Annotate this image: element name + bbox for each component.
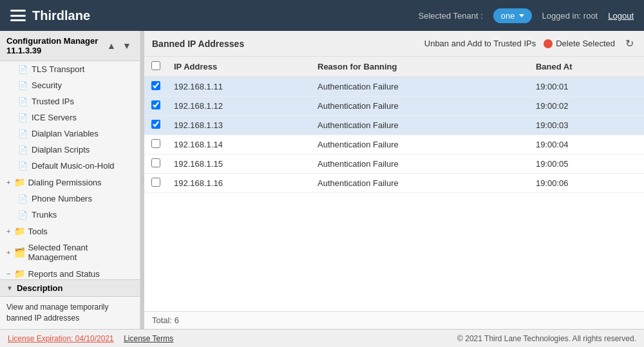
- tenant-selector[interactable]: one: [493, 8, 532, 23]
- select-all-checkbox[interactable]: [151, 61, 160, 70]
- panel-title: Banned IP Addresses: [152, 39, 244, 49]
- sidebar-header: Configuration Manager 11.1.3.39 ▲ ▼: [0, 31, 140, 61]
- sidebar-item-label: Selected Tenant Management: [28, 243, 133, 262]
- sidebar-item-dialing-permissions[interactable]: + 📁 Dialing Permissions: [0, 174, 140, 191]
- table-row: 192.168.1.13 Authentication Failure 19:0…: [144, 116, 644, 135]
- row-checkbox[interactable]: [151, 158, 160, 167]
- status-bar-left: License Expiration: 04/10/2021 License T…: [8, 334, 173, 343]
- table-row: 192.168.1.15 Authentication Failure 19:0…: [144, 155, 644, 174]
- row-checkbox-cell[interactable]: [144, 77, 167, 97]
- sidebar: Configuration Manager 11.1.3.39 ▲ ▼ 📄 TL…: [0, 31, 140, 329]
- row-ip: 192.168.1.11: [167, 77, 311, 97]
- refresh-button[interactable]: ↻: [623, 36, 636, 51]
- row-checkbox-cell[interactable]: [144, 116, 167, 135]
- sidebar-item-reports-and-status[interactable]: − 📁 Reports and Status: [0, 265, 140, 279]
- hamburger-icon[interactable]: [10, 10, 26, 21]
- plus-icon: +: [6, 178, 10, 186]
- sidebar-item-security[interactable]: 📄 Security: [0, 77, 140, 93]
- file-icon: 📄: [18, 97, 28, 106]
- row-ip: 192.168.1.15: [167, 155, 311, 174]
- sidebar-up-icon[interactable]: ▲: [105, 39, 118, 52]
- file-icon: 📄: [18, 65, 28, 74]
- logged-in-label: Logged in: root: [542, 11, 598, 21]
- table-row: 192.168.1.16 Authentication Failure 19:0…: [144, 174, 644, 193]
- sidebar-item-label: Trusted IPs: [32, 97, 74, 106]
- row-checkbox-cell[interactable]: [144, 135, 167, 155]
- logout-button[interactable]: Logout: [608, 11, 634, 21]
- row-baned-at: 19:00:06: [529, 174, 644, 193]
- row-checkbox[interactable]: [151, 139, 160, 148]
- sidebar-item-label: ICE Servers: [32, 113, 77, 122]
- sidebar-item-phone-numbers[interactable]: 📄 Phone Numbers: [0, 191, 140, 207]
- sidebar-item-label: Security: [32, 80, 62, 90]
- row-baned-at: 19:00:03: [529, 116, 644, 135]
- sidebar-item-label: Trunks: [32, 210, 57, 220]
- description-toggle[interactable]: ▼ Description: [0, 280, 140, 297]
- delete-icon: [544, 39, 553, 48]
- sidebar-item-dialplan-variables[interactable]: 📄 Dialplan Variables: [0, 126, 140, 142]
- tenant-label: Selected Tenant :: [419, 11, 483, 21]
- sidebar-item-dialplan-scripts[interactable]: 📄 Dialplan Scripts: [0, 142, 140, 158]
- row-checkbox[interactable]: [151, 120, 160, 129]
- row-checkbox-cell[interactable]: [144, 174, 167, 193]
- row-checkbox[interactable]: [151, 81, 160, 90]
- row-reason: Authentication Failure: [311, 135, 529, 155]
- col-ip-address: IP Address: [167, 57, 311, 77]
- unban-button[interactable]: Unban and Add to Trusted IPs: [424, 39, 536, 48]
- file-icon: 📄: [18, 211, 28, 220]
- sidebar-down-icon[interactable]: ▼: [120, 39, 133, 52]
- sidebar-item-label: Dialing Permissions: [28, 178, 101, 187]
- table-row: 192.168.1.12 Authentication Failure 19:0…: [144, 97, 644, 116]
- sidebar-title: Configuration Manager 11.1.3.39: [6, 36, 105, 55]
- delete-btn-label: Delete Selected: [556, 39, 615, 48]
- table-footer: Total: 6: [144, 311, 644, 329]
- row-baned-at: 19:00:05: [529, 155, 644, 174]
- table-container: IP Address Reason for Banning Baned At 1…: [144, 57, 644, 311]
- sidebar-item-selected-tenant-management[interactable]: + 🗂️ Selected Tenant Management: [0, 239, 140, 265]
- banned-ip-table: IP Address Reason for Banning Baned At 1…: [144, 57, 644, 193]
- delete-selected-button[interactable]: Delete Selected: [544, 39, 615, 48]
- row-reason: Authentication Failure: [311, 155, 529, 174]
- row-ip: 192.168.1.12: [167, 97, 311, 116]
- row-baned-at: 19:00:01: [529, 77, 644, 97]
- plus-icon: +: [6, 249, 10, 256]
- sidebar-item-ice-servers[interactable]: 📄 ICE Servers: [0, 109, 140, 126]
- col-checkbox: [144, 57, 167, 77]
- file-icon: 📄: [18, 81, 28, 90]
- panel-toolbar: Banned IP Addresses Unban and Add to Tru…: [144, 31, 644, 57]
- sidebar-item-label: Dialplan Scripts: [32, 145, 90, 155]
- right-panel: Banned IP Addresses Unban and Add to Tru…: [144, 31, 644, 329]
- sidebar-item-label: TLS Transport: [32, 64, 84, 74]
- row-checkbox[interactable]: [151, 100, 160, 109]
- folder-icon: 🗂️: [14, 247, 25, 258]
- license-expiry[interactable]: License Expiration: 04/10/2021: [8, 334, 114, 343]
- sidebar-item-trusted-ips[interactable]: 📄 Trusted IPs: [0, 93, 140, 109]
- row-checkbox[interactable]: [151, 178, 160, 187]
- sidebar-item-label: Phone Numbers: [32, 194, 92, 203]
- toolbar-actions: Unban and Add to Trusted IPs Delete Sele…: [424, 36, 636, 51]
- row-reason: Authentication Failure: [311, 116, 529, 135]
- logo-section: Thirdlane: [10, 8, 419, 23]
- row-checkbox-cell[interactable]: [144, 155, 167, 174]
- row-baned-at: 19:00:02: [529, 97, 644, 116]
- sidebar-scroll: 📄 TLS Transport 📄 Security 📄 Trusted IPs…: [0, 61, 140, 279]
- sidebar-item-default-music[interactable]: 📄 Default Music-on-Hold: [0, 158, 140, 174]
- col-reason: Reason for Banning: [311, 57, 529, 77]
- main-content: Configuration Manager 11.1.3.39 ▲ ▼ 📄 TL…: [0, 31, 644, 329]
- row-baned-at: 19:00:04: [529, 135, 644, 155]
- sidebar-item-tools[interactable]: + 📁 Tools: [0, 223, 140, 239]
- file-icon: 📄: [18, 145, 28, 155]
- plus-icon: +: [6, 227, 10, 235]
- license-terms[interactable]: License Terms: [124, 334, 173, 343]
- chevron-down-icon: ▼: [6, 285, 13, 292]
- description-body: View and manage temporarily banned IP ad…: [0, 297, 140, 329]
- sidebar-item-tls-transport[interactable]: 📄 TLS Transport: [0, 61, 140, 77]
- description-text: View and manage temporarily banned IP ad…: [6, 303, 109, 323]
- header-right: Selected Tenant : one Logged in: root Lo…: [419, 8, 634, 23]
- row-reason: Authentication Failure: [311, 77, 529, 97]
- col-baned-at: Baned At: [529, 57, 644, 77]
- tenant-value: one: [501, 11, 515, 21]
- sidebar-item-trunks[interactable]: 📄 Trunks: [0, 207, 140, 223]
- row-checkbox-cell[interactable]: [144, 97, 167, 116]
- folder-icon: 📁: [14, 226, 25, 236]
